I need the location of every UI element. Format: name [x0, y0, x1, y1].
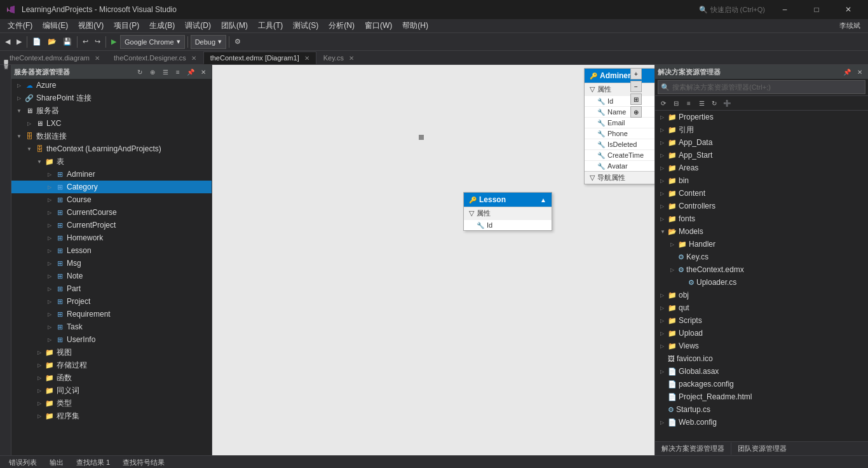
menu-help[interactable]: 帮助(H) — [397, 19, 433, 32]
tab-designer[interactable]: theContext.Designer.cs ✕ — [107, 52, 203, 64]
se-node-models[interactable]: ▼ 📂 Models — [655, 225, 868, 238]
se-node-refs[interactable]: ▷ 📁 引用 — [655, 123, 868, 136]
tree-node-assemblies[interactable]: ▷ 📁 程序集 — [11, 410, 212, 422]
tab-edmx[interactable]: theContext.edmx [Diagram1] ✕ — [203, 52, 316, 64]
se-props2-btn[interactable]: ≡ — [683, 97, 695, 109]
entity-adminer[interactable]: 🔑 Adminer ▲ ▽ 属性 🔧 Id 🔧 Name — [584, 68, 654, 184]
se-node-upload[interactable]: ▷ 📁 Upload — [655, 327, 868, 340]
toolbar-forward[interactable]: ▶ — [14, 35, 24, 49]
tree-node-course[interactable]: ▷ ⊞ Course — [11, 193, 212, 206]
tree-node-context[interactable]: ▼ 🗄 theContext (LearningAndProjects) — [11, 142, 212, 155]
entity-lesson-arrow[interactable]: ▲ — [540, 196, 546, 203]
se-node-favicon[interactable]: 🖼 favicon.ico — [655, 352, 868, 365]
tree-node-types[interactable]: ▷ 📁 类型 — [11, 397, 212, 410]
entity-adminer-header[interactable]: 🔑 Adminer ▲ — [585, 69, 654, 83]
se-node-keycs[interactable]: ⚙ Key.cs — [655, 251, 868, 263]
se-refresh2-btn[interactable]: ↻ — [709, 97, 720, 109]
se-close-btn[interactable]: ✕ — [198, 66, 209, 78]
se-node-appstart[interactable]: ▷ 📁 App_Start — [655, 149, 868, 162]
tree-node-requirement[interactable]: ▷ ⊞ Requirement — [11, 308, 212, 320]
se-connect-btn[interactable]: ⊕ — [147, 66, 158, 78]
tree-node-currentproject[interactable]: ▷ ⊞ CurrentProject — [11, 219, 212, 231]
tab-team-explorer[interactable]: 团队资源管理器 — [731, 443, 793, 455]
tab-diagram-close[interactable]: ✕ — [95, 55, 100, 62]
se-node-properties[interactable]: ▷ 📁 Properties — [655, 111, 868, 123]
entity-adminer-props-header[interactable]: ▽ 属性 — [585, 83, 654, 95]
tree-node-msg[interactable]: ▷ ⊞ Msg — [11, 257, 212, 270]
tree-node-part[interactable]: ▷ ⊞ Part — [11, 282, 212, 295]
entity-lesson[interactable]: 🔑 Lesson ▲ ▽ 属性 🔧 Id — [463, 192, 552, 231]
toolbar-redo[interactable]: ↪ — [92, 35, 103, 49]
menu-project[interactable]: 项目(P) — [109, 19, 144, 32]
tree-node-funcs[interactable]: ▷ 📁 函数 — [11, 371, 212, 384]
entity-adminer-navprops-header[interactable]: ▽ 导航属性 — [585, 172, 654, 184]
canvas-area[interactable]: 🔑 Adminer ▲ ▽ 属性 🔧 Id 🔧 Name — [212, 65, 654, 455]
tree-node-homework[interactable]: ▷ ⊞ Homework — [11, 231, 212, 244]
se-search-box[interactable]: 🔍 搜索解决方案资源管理器(Ctrl+;) — [658, 80, 865, 94]
se-sync-btn[interactable]: ⟳ — [658, 97, 669, 109]
tree-node-project[interactable]: ▷ ⊞ Project — [11, 295, 212, 308]
se-node-edmx[interactable]: ▷ ⚙ theContext.edmx — [655, 263, 868, 276]
tree-node-views[interactable]: ▷ 📁 视图 — [11, 346, 212, 359]
tree-node-currentcourse[interactable]: ▷ ⊞ CurrentCourse — [11, 206, 212, 219]
se-filter2-btn[interactable]: ☰ — [696, 97, 707, 109]
se-node-views2[interactable]: ▷ 📁 Views — [655, 340, 868, 352]
se-node-webconfig[interactable]: ▷ 📄 Web.config — [655, 416, 868, 429]
tab-key[interactable]: Key.cs ✕ — [316, 52, 361, 64]
se-node-handler[interactable]: ▷ 📁 Handler — [655, 238, 868, 251]
toolbar-undo[interactable]: ↩ — [80, 35, 91, 49]
se-node-packages[interactable]: 📄 packages.config — [655, 378, 868, 390]
se-node-globalasax[interactable]: ▷ 📄 Global.asax — [655, 365, 868, 378]
fit-btn[interactable]: ⊞ — [630, 93, 642, 105]
tree-node-category[interactable]: ▷ ⊞ Category — [11, 181, 212, 193]
tree-node-lesson[interactable]: ▷ ⊞ Lesson — [11, 244, 212, 257]
menu-view[interactable]: 视图(V) — [73, 19, 109, 32]
se-node-controllers[interactable]: ▷ 📁 Controllers — [655, 200, 868, 212]
tree-node-userinfo[interactable]: ▷ ⊞ UserInfo — [11, 333, 212, 346]
tree-node-dataconn[interactable]: ▼ 🗄 数据连接 — [11, 130, 212, 142]
tab-solution-explorer[interactable]: 解决方案资源管理器 — [655, 443, 731, 455]
bottom-tab-errors[interactable]: 错误列表 — [3, 457, 43, 468]
toolbar-extra1[interactable]: ⚙ — [232, 35, 243, 49]
menu-tools[interactable]: 工具(T) — [253, 19, 288, 32]
se-node-content[interactable]: ▷ 📁 Content — [655, 187, 868, 200]
menu-edit[interactable]: 编辑(E) — [37, 19, 73, 32]
se-pin-btn[interactable]: 📌 — [185, 66, 196, 78]
menu-team[interactable]: 团队(M) — [216, 19, 253, 32]
vtool-toolbox[interactable]: 工具箱 — [1, 71, 10, 74]
bottom-tab-output[interactable]: 输出 — [43, 457, 70, 468]
menu-window[interactable]: 窗口(W) — [360, 19, 397, 32]
se-node-startup[interactable]: ⚙ Startup.cs — [655, 403, 868, 416]
minimize-button[interactable]: – — [770, 0, 799, 19]
se-node-areas[interactable]: ▷ 📁 Areas — [655, 162, 868, 174]
toolbar-new[interactable]: 📄 — [30, 35, 44, 49]
menu-test[interactable]: 测试(S) — [288, 19, 323, 32]
toolbar-save[interactable]: 💾 — [60, 35, 74, 49]
menu-file[interactable]: 文件(F) — [3, 19, 37, 32]
zoom-in-btn[interactable]: + — [630, 68, 642, 79]
se-node-obj[interactable]: ▷ 📁 obj — [655, 289, 868, 301]
tree-node-sharepoint[interactable]: ▷ 🔗 SharePoint 连接 — [11, 92, 212, 104]
se-node-fonts[interactable]: ▷ 📁 fonts — [655, 212, 868, 225]
se-close2-btn[interactable]: ✕ — [854, 66, 865, 78]
tab-edmx-close[interactable]: ✕ — [304, 55, 309, 62]
tree-node-azure[interactable]: ▷ ☁ Azure — [11, 79, 212, 92]
tab-key-close[interactable]: ✕ — [349, 55, 354, 62]
se-node-bin[interactable]: ▷ 📁 bin — [655, 174, 868, 187]
se-node-qut[interactable]: ▷ 📁 qut — [655, 301, 868, 314]
connect-btn[interactable]: ⊕ — [630, 106, 642, 118]
tree-node-tables[interactable]: ▼ 📁 表 — [11, 155, 212, 168]
menu-build[interactable]: 生成(B) — [144, 19, 180, 32]
se-collapse-btn[interactable]: ⊟ — [670, 97, 682, 109]
tree-node-servers[interactable]: ▼ 🖥 服务器 — [11, 104, 212, 117]
tree-node-note[interactable]: ▷ ⊞ Note — [11, 270, 212, 282]
se-refresh-btn[interactable]: ↻ — [134, 66, 146, 78]
menu-debug[interactable]: 调试(D) — [180, 19, 216, 32]
toolbar-run[interactable]: ▶ — [109, 35, 119, 49]
se-filter-btn[interactable]: ☰ — [159, 66, 171, 78]
se-node-uploader[interactable]: ⚙ Uploader.cs — [655, 276, 868, 289]
close-button[interactable]: ✕ — [834, 0, 863, 19]
chrome-dropdown[interactable]: Google Chrome ▾ — [120, 35, 185, 49]
se-node-scripts[interactable]: ▷ 📁 Scripts — [655, 314, 868, 327]
vtool-server-explorer[interactable]: 服务器资源管理器 — [1, 66, 10, 70]
